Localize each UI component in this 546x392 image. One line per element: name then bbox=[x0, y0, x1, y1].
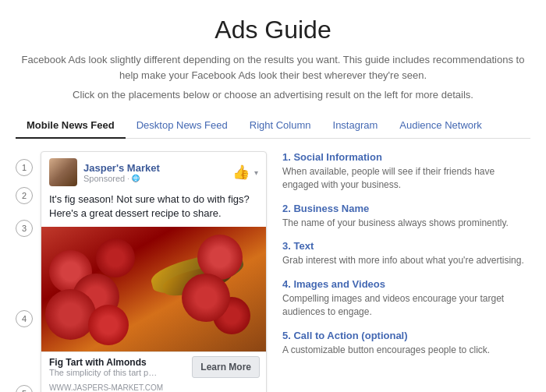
info-item-2: 2. Business Name The name of your busine… bbox=[282, 203, 530, 230]
tab-instagram[interactable]: Instagram bbox=[322, 113, 389, 139]
avatar-image bbox=[49, 158, 77, 186]
fig-shape-8 bbox=[182, 274, 230, 322]
tab-right-column[interactable]: Right Column bbox=[239, 113, 322, 139]
info-desc-5: A customizable button encourages people … bbox=[282, 344, 530, 357]
left-panel: 1 2 3 4 5 bbox=[16, 151, 267, 392]
chevron-down-icon: ▾ bbox=[254, 168, 258, 177]
ad-image bbox=[41, 227, 266, 351]
indicator-1: 1 bbox=[16, 159, 33, 176]
info-title-3: 3. Text bbox=[282, 240, 530, 252]
learn-more-button[interactable]: Learn More bbox=[192, 356, 260, 378]
ad-bottom-title: Fig Tart with Almonds bbox=[49, 357, 184, 368]
instruction-text: Click on the placements below or choose … bbox=[16, 89, 530, 101]
ad-body-text: It's fig season! Not sure what to do wit… bbox=[41, 189, 266, 227]
info-title-1: 1. Social Information bbox=[282, 151, 530, 163]
placement-tabs: Mobile News Feed Desktop News Feed Right… bbox=[16, 113, 530, 139]
tab-desktop-news-feed[interactable]: Desktop News Feed bbox=[126, 113, 239, 139]
fig-shape-4 bbox=[45, 289, 96, 340]
thumbs-up-icon: 👍 bbox=[232, 164, 250, 181]
indicator-4: 4 bbox=[16, 310, 33, 327]
ad-bottom-desc: The simplicity of this tart perfectly ..… bbox=[49, 368, 158, 377]
advertiser-name: Jasper's Market bbox=[83, 162, 160, 174]
ad-url: www.jaspers-market.com bbox=[41, 382, 266, 392]
indicator-5: 5 bbox=[16, 385, 33, 392]
info-desc-3: Grab interest with more info about what … bbox=[282, 254, 530, 267]
info-desc-2: The name of your business always shows p… bbox=[282, 217, 530, 230]
sponsored-label: Sponsored · 🌐 bbox=[83, 174, 160, 183]
ad-bottom-bar: Fig Tart with Almonds The simplicity of … bbox=[41, 351, 266, 382]
info-desc-4: Compelling images and videos encourage y… bbox=[282, 292, 530, 319]
avatar bbox=[49, 158, 77, 186]
ad-name-block: Jasper's Market Sponsored · 🌐 bbox=[83, 162, 160, 183]
indicator-3: 3 bbox=[16, 220, 33, 237]
indicator-2: 2 bbox=[16, 187, 33, 204]
info-title-4: 4. Images and Videos bbox=[282, 278, 530, 290]
fig-shape-5 bbox=[88, 305, 129, 345]
number-indicators: 1 2 3 4 5 bbox=[16, 151, 33, 392]
right-panel: 1. Social Information When available, pe… bbox=[282, 151, 530, 392]
info-desc-1: When available, people will see if their… bbox=[282, 165, 530, 192]
page-title: Ads Guide bbox=[16, 16, 530, 44]
ad-preview-card: Jasper's Market Sponsored · 🌐 👍 ▾ bbox=[41, 151, 267, 392]
info-item-3: 3. Text Grab interest with more info abo… bbox=[282, 240, 530, 267]
ad-header-left: Jasper's Market Sponsored · 🌐 bbox=[49, 158, 160, 186]
fig-shape-3 bbox=[96, 238, 135, 277]
info-title-2: 2. Business Name bbox=[282, 203, 530, 214]
info-item-4: 4. Images and Videos Compelling images a… bbox=[282, 278, 530, 319]
info-title-5: 5. Call to Action (optional) bbox=[282, 330, 530, 341]
tab-mobile-news-feed[interactable]: Mobile News Feed bbox=[16, 113, 126, 139]
ad-bottom-info: Fig Tart with Almonds The simplicity of … bbox=[41, 352, 192, 382]
globe-icon: 🌐 bbox=[132, 175, 140, 182]
ad-header: Jasper's Market Sponsored · 🌐 👍 ▾ bbox=[41, 152, 266, 189]
main-content: 1 2 3 4 5 bbox=[16, 151, 530, 392]
info-item-1: 1. Social Information When available, pe… bbox=[282, 151, 530, 192]
subtitle-text: Facebook Ads look slightly different dep… bbox=[16, 52, 530, 83]
tab-audience-network[interactable]: Audience Network bbox=[388, 113, 493, 139]
ad-header-right: 👍 ▾ bbox=[232, 164, 258, 181]
info-item-5: 5. Call to Action (optional) A customiza… bbox=[282, 330, 530, 357]
